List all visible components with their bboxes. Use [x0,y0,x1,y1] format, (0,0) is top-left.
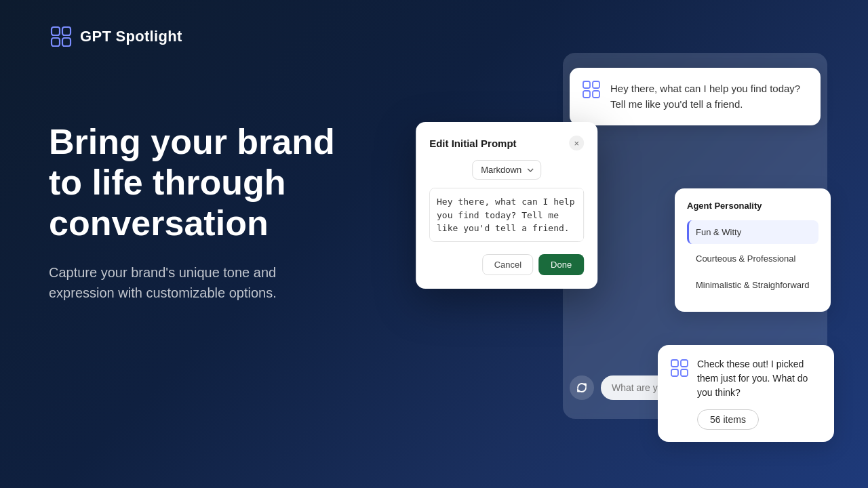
modal-title: Edit Initial Prompt [429,138,516,149]
chat-bubble-bottom: Check these out! I picked them just for … [658,345,834,442]
modal-actions: Cancel Done [429,254,584,275]
logo-area: GPT Spotlight [49,24,182,49]
subtext: Capture your brand's unique tone and exp… [49,262,334,303]
svg-rect-1 [62,27,71,35]
format-select[interactable]: Markdown Plain Text HTML [472,160,541,180]
refresh-icon [576,382,588,394]
svg-rect-0 [52,27,60,35]
svg-rect-9 [681,360,688,367]
personality-item-minimalistic[interactable]: Minimalistic & Straighforward [687,273,818,297]
svg-rect-5 [593,81,599,88]
modal-close-button[interactable]: × [569,136,584,150]
svg-rect-4 [583,81,590,88]
personality-item-courteous[interactable]: Courteous & Professional [687,247,818,270]
personality-item-fun-witty[interactable]: Fun & Witty [687,220,818,244]
modal-header: Edit Initial Prompt × [429,136,584,150]
svg-rect-10 [671,369,678,376]
edit-prompt-modal: Edit Initial Prompt × Markdown Plain Tex… [416,122,597,289]
personality-title: Agent Personality [687,201,818,211]
chat-avatar-top-icon [582,80,601,99]
cancel-button[interactable]: Cancel [483,254,533,275]
svg-rect-7 [593,91,599,98]
bottom-bubble-content: Check these out! I picked them just for … [670,357,822,400]
refresh-button[interactable] [570,375,594,400]
done-button[interactable]: Done [538,254,584,275]
svg-rect-8 [671,360,678,367]
modal-format-wrapper: Markdown Plain Text HTML [429,160,584,180]
logo-text: GPT Spotlight [80,28,182,45]
logo-icon [49,24,73,49]
chat-bubble-top: Hey there, what can I help you find toda… [570,68,821,125]
personality-panel: Agent Personality Fun & Witty Courteous … [675,188,831,312]
svg-rect-3 [62,38,71,46]
bottom-bubble-message: Check these out! I picked them just for … [697,357,822,400]
svg-rect-6 [583,91,590,98]
chat-avatar-bottom-icon [670,359,689,378]
headline: Bring your brandto life throughconversat… [49,122,335,243]
svg-rect-11 [681,369,688,376]
left-content: Bring your brandto life throughconversat… [49,122,335,303]
chat-top-message: Hey there, what can I help you find toda… [610,81,807,112]
items-badge[interactable]: 56 items [697,409,759,430]
prompt-textarea[interactable]: Hey there, what can I help you find toda… [429,188,584,242]
svg-rect-2 [52,38,60,46]
